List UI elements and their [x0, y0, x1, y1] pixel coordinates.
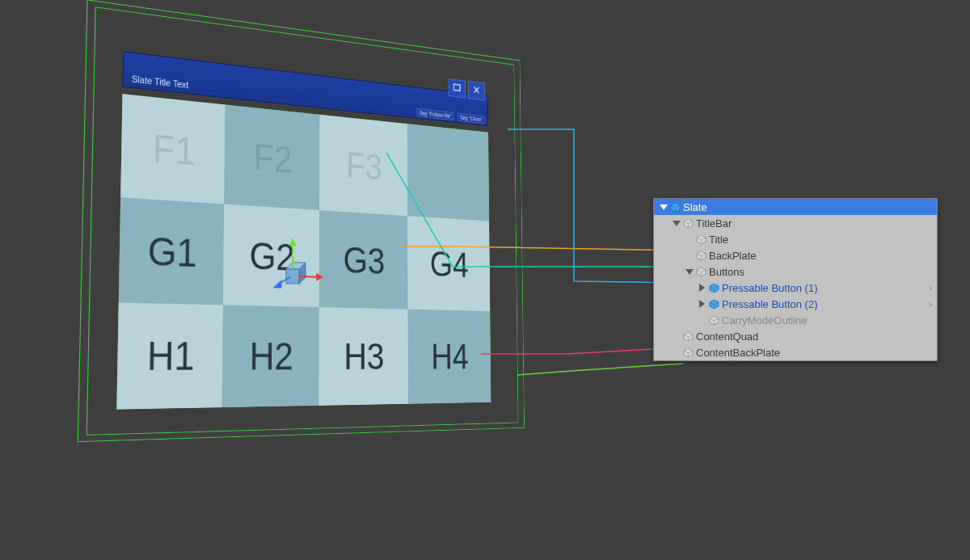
hierarchy-item-label: ContentBackPlate	[696, 347, 932, 359]
hierarchy-item-contentquad[interactable]: ContentQuad	[654, 328, 937, 344]
expand-toggle-icon[interactable]	[699, 284, 705, 292]
grid-cell: F3	[319, 115, 407, 216]
grid-cell: H3	[318, 307, 408, 406]
hierarchy-item-label: CarryModeOutline	[722, 314, 932, 326]
hierarchy-item-label: Title	[709, 234, 932, 246]
hierarchy-item-buttons[interactable]: Buttons	[654, 263, 937, 280]
gameobject-icon	[696, 251, 706, 261]
hierarchy-item-title[interactable]: Title	[654, 231, 937, 247]
grid-cell: H2	[221, 305, 318, 407]
gameobject-icon	[696, 267, 706, 277]
expand-toggle-icon[interactable]	[685, 269, 694, 275]
hierarchy-item-pressable-button-2-[interactable]: Pressable Button (2)›	[654, 296, 937, 312]
hierarchy-item-carrymodeoutline[interactable]: CarryModeOutline	[654, 312, 937, 328]
hierarchy-item-label: Pressable Button (2)	[722, 298, 926, 310]
close-button[interactable]	[468, 81, 485, 100]
hierarchy-item-label: ContentQuad	[696, 331, 932, 343]
gameobject-icon	[709, 299, 719, 309]
hierarchy-item-slate[interactable]: Slate	[654, 199, 937, 215]
expand-toggle-icon[interactable]	[699, 300, 705, 308]
gameobject-icon	[696, 234, 706, 245]
expand-toggle-icon[interactable]	[673, 221, 681, 226]
gameobject-icon	[670, 202, 681, 213]
hierarchy-item-backplate[interactable]: BackPlate	[654, 247, 937, 263]
gameobject-icon	[683, 347, 694, 358]
hierarchy-item-label: Slate	[683, 201, 932, 213]
svg-rect-0	[453, 84, 460, 91]
chevron-right-icon: ›	[929, 283, 932, 293]
hierarchy-item-label: BackPlate	[709, 250, 932, 262]
hierarchy-item-pressable-button-1-[interactable]: Pressable Button (1)›	[654, 280, 937, 296]
gameobject-icon	[709, 315, 719, 326]
hierarchy-item-titlebar[interactable]: TitleBar	[654, 215, 937, 231]
expand-toggle-icon[interactable]	[660, 204, 668, 210]
window-icon	[453, 82, 461, 94]
editor-viewport[interactable]: Slate Title Text Say "Follow Me" Say "Cl…	[109, 48, 529, 469]
hierarchy-panel[interactable]: Slate TitleBar Title BackPlate Buttons P…	[653, 198, 938, 361]
gameobject-icon	[709, 283, 719, 293]
grid-cell: G2	[223, 204, 319, 308]
chevron-right-icon: ›	[929, 299, 932, 309]
gameobject-icon	[683, 331, 694, 342]
follow-me-button[interactable]	[448, 78, 466, 99]
hierarchy-item-label: TitleBar	[696, 217, 932, 229]
grid-cell: G1	[119, 197, 224, 305]
hierarchy-item-label: Pressable Button (1)	[722, 282, 926, 294]
close-icon	[473, 85, 480, 97]
gameobject-icon	[683, 218, 694, 229]
hierarchy-item-contentbackplate[interactable]: ContentBackPlate	[654, 344, 937, 360]
hierarchy-item-label: Buttons	[709, 266, 932, 278]
